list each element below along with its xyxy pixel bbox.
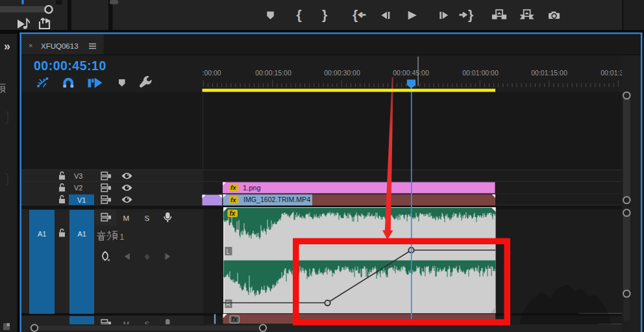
svg-text:fx: fx [232, 316, 238, 323]
svg-text:00:00:15:00: 00:00:15:00 [255, 69, 291, 77]
svg-text:00:01:15:00: 00:01:15:00 [531, 69, 567, 77]
svg-text:00:00:45:00: 00:00:45:00 [393, 69, 429, 77]
svg-text:00:00:30:00: 00:00:30:00 [324, 69, 360, 77]
svg-text:R: R [226, 301, 230, 308]
svg-text:×: × [29, 42, 32, 49]
svg-text:1: 1 [120, 233, 125, 242]
svg-text:V1: V1 [77, 196, 86, 204]
svg-text:XFUQ0613: XFUQ0613 [41, 42, 79, 50]
svg-text:V2: V2 [74, 184, 82, 192]
svg-text:00:01:00:00: 00:01:00:00 [462, 69, 499, 77]
svg-text:S: S [145, 214, 150, 222]
svg-text:V3: V3 [74, 172, 82, 180]
svg-text:IMG_1602.TRIM.MP4: IMG_1602.TRIM.MP4 [243, 196, 310, 203]
svg-text:M: M [123, 214, 130, 222]
svg-text::00:00: :00:00 [203, 69, 221, 77]
svg-text:fx: fx [230, 184, 236, 191]
svg-text:fx: fx [230, 196, 236, 203]
svg-text:}: } [322, 7, 327, 22]
svg-text:A1: A1 [38, 230, 46, 238]
svg-text:A1: A1 [78, 230, 86, 238]
svg-text:00:00:45:10: 00:00:45:10 [34, 58, 106, 73]
svg-text:}: } [468, 7, 473, 22]
svg-text:1.png: 1.png [243, 184, 261, 192]
svg-text:{: { [296, 7, 301, 22]
svg-text:»: » [4, 40, 10, 53]
svg-text:fx: fx [229, 210, 235, 217]
svg-text:{: { [353, 7, 358, 22]
svg-text:L: L [227, 248, 230, 255]
